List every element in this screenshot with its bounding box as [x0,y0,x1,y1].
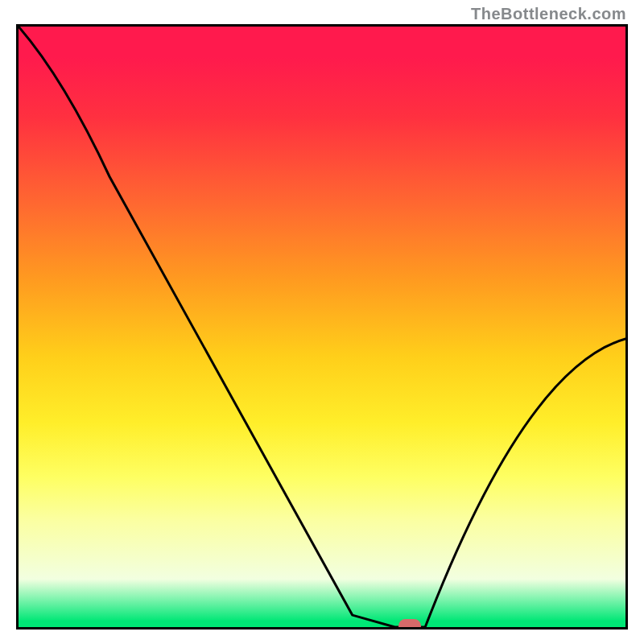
chart-curve [19,27,625,627]
chart-frame [16,24,628,630]
watermark: TheBottleneck.com [471,5,626,23]
optimal-point-marker [398,619,421,630]
bottleneck-curve-path [19,27,625,627]
